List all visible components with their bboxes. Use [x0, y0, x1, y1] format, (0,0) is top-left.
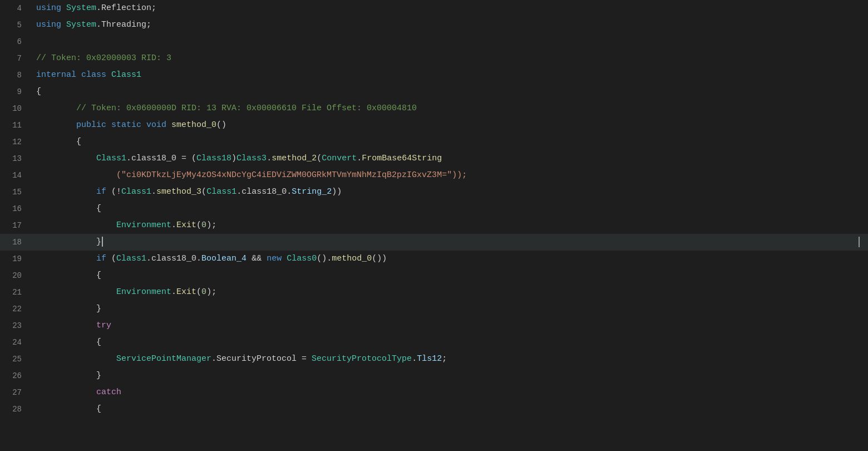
code-line: 10 // Token: 0x0600000D RID: 13 RVA: 0x0…: [0, 100, 868, 117]
token: 0: [201, 287, 206, 297]
token: if: [96, 187, 111, 197]
token: .: [171, 287, 176, 297]
token: Class1: [206, 187, 236, 197]
line-number: 20: [0, 267, 31, 284]
line-content: public static void smethod_0(): [31, 117, 868, 134]
code-line: 13 Class1.class18_0 = (Class18)Class3.sm…: [0, 150, 868, 167]
code-line: 7// Token: 0x02000003 RID: 3: [0, 50, 868, 67]
line-number: 8: [0, 67, 31, 84]
line-content: {: [31, 334, 868, 351]
code-line: 28 {: [0, 401, 868, 418]
line-content: Environment.Exit(0);: [31, 284, 868, 301]
token: {: [36, 204, 101, 213]
code-line: 5using System.Threading;: [0, 17, 868, 33]
line-content: }: [31, 234, 868, 251]
token: System: [66, 20, 96, 30]
code-line: 4using System.Reflection;: [0, 0, 868, 17]
token: .class18_0.: [146, 254, 201, 263]
token: .: [171, 220, 176, 230]
token: Class1: [116, 254, 146, 263]
code-line: 19 if (Class1.class18_0.Boolean_4 && new…: [0, 251, 868, 267]
code-line: 21 Environment.Exit(0);: [0, 284, 868, 301]
token: Exit: [176, 220, 196, 230]
token: ()): [372, 254, 387, 263]
line-number: 5: [0, 17, 31, 33]
line-number: 27: [0, 384, 31, 401]
token: .: [267, 154, 272, 163]
code-line: 9{: [0, 84, 868, 100]
token: 0: [201, 220, 206, 230]
line-content: {: [31, 401, 868, 418]
line-content: Environment.Exit(0);: [31, 217, 868, 234]
code-line: 27 catch: [0, 384, 868, 401]
line-number: 17: [0, 217, 31, 234]
token: [36, 388, 96, 397]
token: static: [111, 120, 146, 130]
token: Environment: [116, 287, 171, 297]
text-cursor: [102, 237, 103, 247]
token: ("ci0KDTkzLjEyMy4zOS4xNDcYgC4iEDViZWM0OG…: [116, 170, 467, 180]
token: [36, 354, 116, 364]
token: (: [196, 220, 201, 230]
line-content: }: [31, 367, 868, 384]
line-content: // Token: 0x02000003 RID: 3: [31, 50, 868, 67]
token: [36, 287, 116, 297]
code-line: 8internal class Class1: [0, 67, 868, 84]
token: .SecurityProtocol =: [211, 354, 312, 364]
line-content: try: [31, 317, 868, 334]
line-content: if (!Class1.smethod_3(Class1.class18_0.S…: [31, 184, 868, 200]
line-number: 22: [0, 301, 31, 317]
line-number: 24: [0, 334, 31, 351]
code-editor: 4using System.Reflection;5using System.T…: [0, 0, 868, 451]
token: .: [357, 154, 362, 163]
line-content: }: [31, 301, 868, 317]
token: Environment: [116, 220, 171, 230]
code-line: 22 }: [0, 301, 868, 317]
token: ): [231, 154, 236, 163]
token: {: [36, 271, 101, 280]
token: [36, 154, 96, 163]
token: smethod_3: [156, 187, 201, 197]
line-content: using System.Reflection;: [31, 0, 868, 17]
token: .Reflection;: [96, 3, 156, 13]
token: {: [36, 404, 101, 414]
token: smethod_0: [171, 120, 216, 130]
token: Class1: [111, 70, 141, 80]
token: )): [332, 187, 342, 197]
line-number: 26: [0, 367, 31, 384]
line-number: 14: [0, 167, 31, 184]
code-line: 6: [0, 33, 868, 50]
token: }: [36, 371, 101, 380]
token: &&: [246, 254, 267, 263]
token: (: [201, 187, 206, 197]
token: Class1: [96, 154, 126, 163]
code-line: 18 }|: [0, 234, 868, 251]
code-line: 15 if (!Class1.smethod_3(Class1.class18_…: [0, 184, 868, 200]
token: .class18_0 = (: [126, 154, 196, 163]
line-content: if (Class1.class18_0.Boolean_4 && new Cl…: [31, 251, 868, 267]
code-line: 12 {: [0, 134, 868, 150]
token: new: [267, 254, 287, 263]
code-line: 24 {: [0, 334, 868, 351]
line-content: {: [31, 267, 868, 284]
token: Class1: [121, 187, 151, 197]
token: [36, 120, 76, 130]
code-line: 25 ServicePointManager.SecurityProtocol …: [0, 351, 868, 367]
code-line: 11 public static void smethod_0(): [0, 117, 868, 134]
token: Class18: [196, 154, 231, 163]
line-number: 16: [0, 200, 31, 217]
token: method_0: [332, 254, 372, 263]
token: (: [196, 287, 201, 297]
token: {: [36, 137, 81, 146]
line-number: 23: [0, 317, 31, 334]
line-content: using System.Threading;: [31, 17, 868, 33]
token: .: [151, 187, 156, 197]
line-content: catch: [31, 384, 868, 401]
line-number: 12: [0, 134, 31, 150]
token: .class18_0.: [236, 187, 292, 197]
token: );: [206, 220, 216, 230]
token: (): [216, 120, 226, 130]
line-number: 13: [0, 150, 31, 167]
token: Exit: [176, 287, 196, 297]
token: [36, 170, 116, 180]
